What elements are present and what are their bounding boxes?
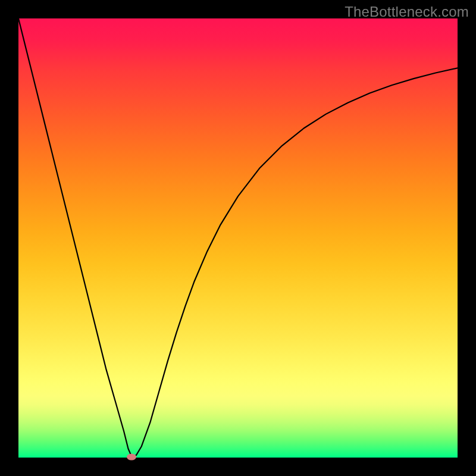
curve-path bbox=[18, 18, 458, 457]
watermark-text: TheBottleneck.com bbox=[345, 4, 469, 20]
chart-frame: TheBottleneck.com bbox=[0, 0, 476, 476]
curve-svg bbox=[18, 18, 458, 458]
minimum-marker bbox=[127, 453, 136, 460]
plot-area bbox=[18, 18, 458, 458]
